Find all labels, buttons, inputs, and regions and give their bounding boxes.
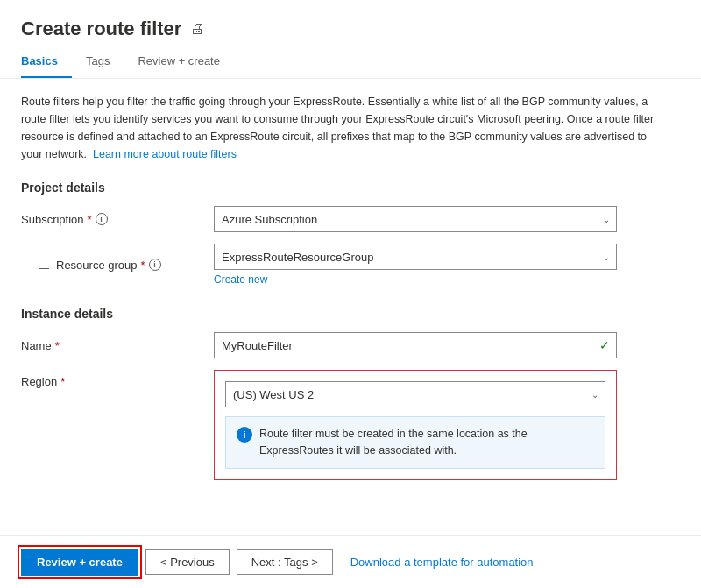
subscription-required: * xyxy=(88,213,92,226)
subscription-label: Subscription * i xyxy=(21,213,214,226)
region-select[interactable]: (US) West US 2 xyxy=(225,381,605,407)
tab-basics[interactable]: Basics xyxy=(21,47,72,78)
subscription-select-wrapper: Azure Subscription ⌄ xyxy=(214,206,617,232)
info-box-icon: i xyxy=(237,427,252,443)
region-select-wrapper: (US) West US 2 ⌄ xyxy=(225,381,605,407)
next-button[interactable]: Next : Tags > xyxy=(237,549,333,575)
tab-tags[interactable]: Tags xyxy=(86,47,124,78)
main-content: Route filters help you filter the traffi… xyxy=(0,79,701,535)
name-control: ✓ xyxy=(214,332,617,358)
region-control: (US) West US 2 ⌄ i Route filter must be … xyxy=(214,370,617,487)
resource-group-row: Resource group * i ExpressRouteResourceG… xyxy=(21,244,680,286)
region-info-text: Route filter must be created in the same… xyxy=(259,426,594,459)
resource-group-info-icon[interactable]: i xyxy=(149,259,161,271)
description-text: Route filters help you filter the traffi… xyxy=(21,93,669,163)
page-container: Create route filter 🖨 Basics Tags Review… xyxy=(0,0,701,588)
download-template-link[interactable]: Download a template for automation xyxy=(350,556,534,569)
footer: Review + create < Previous Next : Tags >… xyxy=(0,535,701,588)
name-input-wrapper: ✓ xyxy=(214,332,617,358)
resource-group-control: ExpressRouteResourceGroup ⌄ Create new xyxy=(214,244,617,286)
name-row: Name * ✓ xyxy=(21,331,680,359)
name-input[interactable] xyxy=(214,332,617,358)
instance-details-section: Instance details Name * ✓ Region xyxy=(21,307,680,487)
page-header: Create route filter 🖨 xyxy=(0,0,701,47)
subscription-info-icon[interactable]: i xyxy=(96,213,108,225)
region-row: Region * (US) West US 2 ⌄ i Route xyxy=(21,370,680,487)
resource-group-required: * xyxy=(141,259,145,272)
subscription-control: Azure Subscription ⌄ xyxy=(214,206,617,232)
region-label: Region * xyxy=(21,370,214,388)
project-details-section: Project details Subscription * i Azure S… xyxy=(21,181,680,286)
resource-group-label: Resource group * i xyxy=(21,259,214,272)
subscription-select[interactable]: Azure Subscription xyxy=(214,206,617,232)
subscription-row: Subscription * i Azure Subscription ⌄ xyxy=(21,205,680,233)
region-highlighted-box: (US) West US 2 ⌄ i Route filter must be … xyxy=(214,370,617,480)
name-check-icon: ✓ xyxy=(599,338,610,352)
tabs-bar: Basics Tags Review + create xyxy=(0,47,701,79)
instance-details-title: Instance details xyxy=(21,307,680,321)
previous-button[interactable]: < Previous xyxy=(145,549,230,575)
tab-review-create[interactable]: Review + create xyxy=(138,47,234,78)
learn-more-link[interactable]: Learn more about route filters xyxy=(93,148,237,160)
region-info-box: i Route filter must be created in the sa… xyxy=(225,416,605,469)
resource-group-select-wrapper: ExpressRouteResourceGroup ⌄ xyxy=(214,244,617,270)
page-title: Create route filter xyxy=(21,18,181,40)
resource-group-select[interactable]: ExpressRouteResourceGroup xyxy=(214,244,617,270)
create-new-link[interactable]: Create new xyxy=(214,273,617,286)
name-required: * xyxy=(55,339,60,352)
name-label: Name * xyxy=(21,339,214,352)
review-create-button[interactable]: Review + create xyxy=(21,549,138,576)
region-required: * xyxy=(60,375,65,388)
project-details-title: Project details xyxy=(21,181,680,195)
print-icon[interactable]: 🖨 xyxy=(190,21,204,37)
